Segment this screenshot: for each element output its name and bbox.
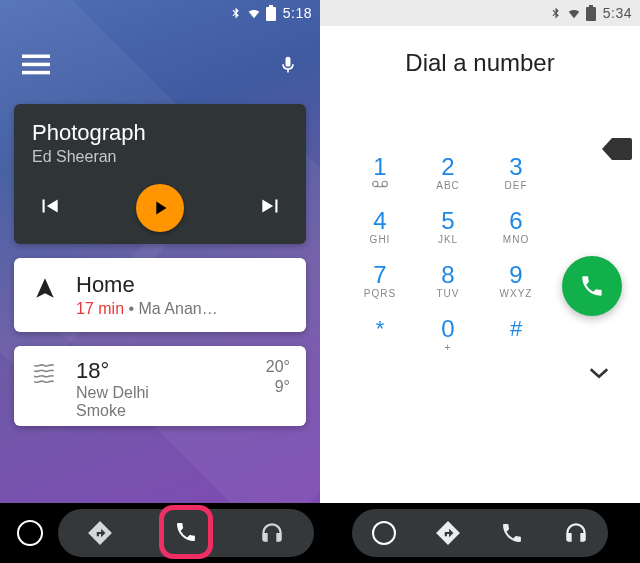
navigation-eta: 17 min bbox=[76, 300, 124, 317]
wifi-icon bbox=[565, 6, 583, 20]
weather-condition: Smoke bbox=[76, 402, 228, 420]
weather-low: 9° bbox=[244, 378, 290, 396]
status-bar-right: 5:34 bbox=[320, 0, 640, 26]
menu-button[interactable] bbox=[22, 54, 50, 76]
fog-icon bbox=[30, 358, 60, 384]
key-1[interactable]: 1 bbox=[346, 146, 414, 200]
next-track-button[interactable] bbox=[258, 193, 284, 223]
status-clock: 5:34 bbox=[603, 5, 632, 21]
backspace-button[interactable] bbox=[602, 138, 632, 164]
navigation-subtitle: 17 min • Ma Anan… bbox=[76, 300, 290, 318]
home-button[interactable] bbox=[6, 509, 54, 557]
phone-tab-highlighted[interactable] bbox=[159, 505, 213, 559]
call-button[interactable] bbox=[562, 256, 622, 316]
svg-point-3 bbox=[373, 181, 378, 186]
directions-tab[interactable] bbox=[75, 508, 125, 558]
collapse-keypad-button[interactable] bbox=[588, 366, 610, 384]
media-title: Photograph bbox=[32, 120, 288, 146]
key-5[interactable]: 5JKL bbox=[414, 200, 482, 254]
bottom-nav-right bbox=[320, 503, 640, 563]
status-bar-left: 5:18 bbox=[0, 0, 320, 26]
voicemail-icon bbox=[372, 180, 388, 191]
svg-rect-0 bbox=[22, 55, 50, 59]
previous-track-button[interactable] bbox=[36, 193, 62, 223]
key-star[interactable]: * bbox=[346, 308, 414, 362]
headphones-tab[interactable] bbox=[551, 508, 601, 558]
key-7[interactable]: 7PQRS bbox=[346, 254, 414, 308]
navigation-card[interactable]: Home 17 min • Ma Anan… bbox=[14, 258, 306, 332]
status-clock: 5:18 bbox=[283, 5, 312, 21]
battery-icon bbox=[266, 5, 276, 21]
key-3[interactable]: 3DEF bbox=[482, 146, 550, 200]
svg-point-4 bbox=[382, 181, 387, 186]
key-4[interactable]: 4GHI bbox=[346, 200, 414, 254]
weather-high: 20° bbox=[244, 358, 290, 376]
dialer-title: Dial a number bbox=[320, 26, 640, 100]
bottom-nav-left bbox=[0, 503, 320, 563]
weather-card[interactable]: 18° New Delhi Smoke 20° 9° bbox=[14, 346, 306, 426]
key-hash[interactable]: # bbox=[482, 308, 550, 362]
keypad: 1 2ABC 3DEF 4GHI 5JKL 6MNO 7PQRS 8TUV 9W… bbox=[346, 146, 640, 362]
navigation-address: Ma Anan… bbox=[139, 300, 218, 317]
phone-tab[interactable] bbox=[487, 508, 537, 558]
headphones-tab[interactable] bbox=[247, 508, 297, 558]
bluetooth-icon bbox=[229, 5, 242, 21]
key-8[interactable]: 8TUV bbox=[414, 254, 482, 308]
navigation-icon bbox=[30, 272, 60, 302]
weather-temp: 18° bbox=[76, 358, 109, 384]
media-artist: Ed Sheeran bbox=[32, 148, 288, 166]
navigation-destination: Home bbox=[76, 272, 290, 298]
play-button[interactable] bbox=[136, 184, 184, 232]
home-button[interactable] bbox=[359, 508, 409, 558]
voice-search-button[interactable] bbox=[278, 51, 298, 79]
key-9[interactable]: 9WXYZ bbox=[482, 254, 550, 308]
directions-tab[interactable] bbox=[423, 508, 473, 558]
media-card[interactable]: Photograph Ed Sheeran bbox=[14, 104, 306, 244]
key-0[interactable]: 0+ bbox=[414, 308, 482, 362]
svg-rect-1 bbox=[22, 63, 50, 66]
svg-rect-2 bbox=[22, 71, 50, 75]
wifi-icon bbox=[245, 6, 263, 20]
key-6[interactable]: 6MNO bbox=[482, 200, 550, 254]
key-2[interactable]: 2ABC bbox=[414, 146, 482, 200]
weather-location: New Delhi bbox=[76, 384, 228, 402]
bluetooth-icon bbox=[549, 5, 562, 21]
battery-icon bbox=[586, 5, 596, 21]
